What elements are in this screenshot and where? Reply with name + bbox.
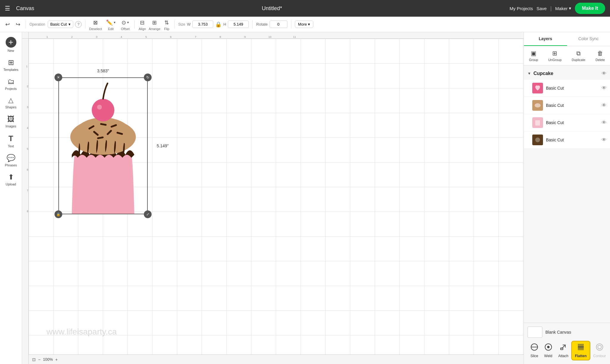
handle-lock[interactable]: 🔒 xyxy=(55,210,62,218)
group-tool[interactable]: ▣ Group xyxy=(526,49,541,63)
sidebar-item-images[interactable]: 🖼 Images xyxy=(1,113,21,130)
rotate-icon: ↻ xyxy=(146,75,149,79)
offset-section: ⊙ ▾ Offset xyxy=(120,18,131,31)
duplicate-label: Duplicate xyxy=(572,58,585,62)
layer-name-2: Basic Cut xyxy=(546,103,599,108)
rotate-group: Rotate xyxy=(256,21,287,28)
upload-icon: ⬆ xyxy=(8,173,14,181)
operation-group: Operation Basic Cut ▾ ? xyxy=(29,21,82,28)
edit-button[interactable]: ✏️ ▾ xyxy=(104,18,117,27)
canvas-object[interactable]: 3.583" 5.149" ✕ ↻ 🔒 ⤢ xyxy=(58,77,148,214)
width-input[interactable] xyxy=(192,21,213,28)
offset-button[interactable]: ⊙ ▾ xyxy=(120,18,131,27)
sidebar-item-phrases[interactable]: 💬 Phrases xyxy=(1,151,21,169)
right-panel: Layers Color Sync ▣ Group ⊞ UnGroup ⧉ Du… xyxy=(524,32,610,364)
weld-icon xyxy=(544,343,552,353)
contour-icon xyxy=(596,343,603,353)
layer-item-1[interactable]: Basic Cut 👁 xyxy=(524,80,610,96)
duplicate-icon: ⧉ xyxy=(576,50,581,57)
canvas-grid[interactable]: www.lifeisaparty.ca 3.583" 5.149" ✕ ↻ 🔒 xyxy=(29,39,524,354)
layer-group-arrow: ▼ xyxy=(527,71,531,76)
height-input[interactable] xyxy=(228,21,249,28)
blank-canvas-row: Blank Canvas xyxy=(527,326,606,338)
zoom-in-button[interactable]: + xyxy=(55,357,57,362)
delete-tool[interactable]: 🗑 Delete xyxy=(592,49,608,63)
ungroup-icon: ⊞ xyxy=(552,50,557,57)
save-button[interactable]: Save xyxy=(536,6,547,11)
tab-layers[interactable]: Layers xyxy=(524,32,567,46)
make-it-button[interactable]: Make It xyxy=(575,3,605,14)
attach-action[interactable]: Attach xyxy=(555,341,571,360)
layer-group-eye[interactable]: 👁 xyxy=(602,71,606,76)
layer-group-title: Cupcake xyxy=(533,71,599,76)
sidebar-item-text[interactable]: T Text xyxy=(1,132,21,150)
more-button[interactable]: More ▾ xyxy=(295,21,314,28)
redo-icon: ↪ xyxy=(16,21,20,28)
sidebar-item-label-phrases: Phrases xyxy=(5,163,17,167)
sidebar-item-new[interactable]: + New xyxy=(1,35,21,55)
layer-item-2[interactable]: Basic Cut 👁 xyxy=(524,97,610,114)
tab-color-sync[interactable]: Color Sync xyxy=(567,32,610,46)
delete-label: Delete xyxy=(595,58,605,62)
duplicate-tool[interactable]: ⧉ Duplicate xyxy=(569,49,588,63)
arrange-button[interactable]: ⊞ xyxy=(150,18,158,27)
layer-name-4: Basic Cut xyxy=(546,138,599,142)
edit-section: ✏️ ▾ Edit xyxy=(104,18,117,31)
handle-rotate[interactable]: ↻ xyxy=(144,74,152,81)
panel-bottom: Blank Canvas Slice Weld xyxy=(524,323,610,364)
ungroup-tool[interactable]: ⊞ UnGroup xyxy=(545,49,565,63)
maker-selector[interactable]: Maker ▾ xyxy=(555,6,571,11)
toolbar-separator-5 xyxy=(252,20,253,29)
panel-tabs: Layers Color Sync xyxy=(524,32,610,46)
layer-group-header[interactable]: ▼ Cupcake 👁 xyxy=(524,68,610,79)
sidebar-item-shapes[interactable]: △ Shapes xyxy=(1,94,21,111)
help-button[interactable]: ? xyxy=(75,21,82,28)
canvas-watermark: www.lifeisaparty.ca xyxy=(46,327,117,337)
flatten-action[interactable]: Flatten xyxy=(571,341,590,360)
sidebar-item-templates[interactable]: ⊞ Templates xyxy=(1,56,21,74)
handle-resize[interactable]: ⤢ xyxy=(144,210,152,218)
sidebar-item-label-images: Images xyxy=(5,124,16,128)
layer-eye-2[interactable]: 👁 xyxy=(602,103,606,108)
operation-label: Operation xyxy=(29,22,45,26)
menu-icon[interactable]: ☰ xyxy=(5,5,10,12)
my-projects-link[interactable]: My Projects xyxy=(510,6,533,11)
main-layout: + New ⊞ Templates 🗂 Projects △ Shapes 🖼 … xyxy=(0,32,610,364)
sidebar-item-label-new: New xyxy=(7,49,14,52)
images-icon: 🖼 xyxy=(7,115,15,123)
align-button[interactable]: ⊟ xyxy=(138,18,146,27)
handle-close[interactable]: ✕ xyxy=(55,74,62,81)
group-label: Group xyxy=(529,58,538,62)
height-label: H xyxy=(223,22,226,26)
canvas-area[interactable]: 1 2 3 4 5 6 7 8 9 10 11 1 2 3 4 5 6 7 8 … xyxy=(22,32,524,364)
layer-item-4[interactable]: Basic Cut 👁 xyxy=(524,132,610,148)
operation-select[interactable]: Basic Cut ▾ xyxy=(48,21,74,28)
sidebar-item-upload[interactable]: ⬆ Upload xyxy=(1,171,21,188)
weld-action[interactable]: Weld xyxy=(541,341,555,360)
undo-button[interactable]: ↩ xyxy=(4,20,12,29)
layer-item-3[interactable]: Basic Cut 👁 xyxy=(524,114,610,131)
document-title: Untitled* xyxy=(262,5,282,11)
layer-eye-1[interactable]: 👁 xyxy=(602,85,606,91)
layers-list[interactable]: ▼ Cupcake 👁 Basic Cut 👁 Basic Cut 👁 xyxy=(524,65,610,323)
layer-eye-4[interactable]: 👁 xyxy=(602,137,606,143)
zoom-fit-button[interactable]: ⊡ xyxy=(32,357,36,362)
rotate-input[interactable] xyxy=(270,21,287,28)
flip-button[interactable]: ⇅ xyxy=(163,18,171,27)
deselect-button[interactable]: ⊠ xyxy=(91,18,99,27)
contour-action[interactable]: Contour xyxy=(590,341,609,360)
lock-icon[interactable]: 🔒 xyxy=(215,21,222,28)
weld-label: Weld xyxy=(544,354,552,358)
sidebar-item-label-templates: Templates xyxy=(3,68,18,71)
shapes-icon: △ xyxy=(8,96,13,104)
sidebar-item-projects[interactable]: 🗂 Projects xyxy=(1,75,21,93)
contour-label: Contour xyxy=(593,354,606,358)
size-label: Size xyxy=(178,22,185,26)
flip-section: ⇅ Flip xyxy=(163,18,171,31)
ruler-corner xyxy=(22,32,29,39)
projects-icon: 🗂 xyxy=(7,77,15,86)
slice-action[interactable]: Slice xyxy=(527,341,541,360)
redo-button[interactable]: ↪ xyxy=(14,20,22,29)
layer-eye-3[interactable]: 👁 xyxy=(602,120,606,125)
zoom-out-button[interactable]: − xyxy=(38,357,41,362)
